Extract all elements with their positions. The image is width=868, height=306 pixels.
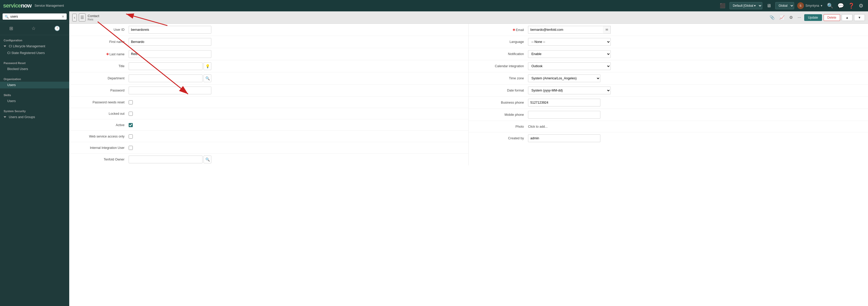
field-last-name: ✱Last name <box>69 48 468 60</box>
email-send-btn[interactable]: ✉ <box>603 26 611 34</box>
move-up-button[interactable]: ▲ <box>842 14 852 21</box>
more-icon[interactable]: ··· <box>796 14 802 21</box>
password-reset-checkbox[interactable] <box>129 100 133 104</box>
skills-users-label: Users <box>7 99 16 103</box>
update-button[interactable]: Update <box>804 14 822 21</box>
expand-icon2 <box>4 116 6 118</box>
field-business-phone: Business phone <box>469 97 868 109</box>
photo-label: Photo <box>476 125 528 128</box>
photo-add-btn[interactable]: Click to add... <box>528 125 548 128</box>
mobile-phone-label: Mobile phone <box>476 113 528 117</box>
sidebar-search-input[interactable] <box>10 15 60 18</box>
configuration-section: Configuration CI Lifecycle Management CI… <box>0 35 69 58</box>
default-global-dropdown[interactable]: Default [Global ▾ <box>730 2 762 9</box>
filter-icon[interactable]: ⚙ <box>788 14 795 21</box>
tenfold-owner-search-btn[interactable]: 🔍 <box>204 156 211 163</box>
ci-state-label: CI State Registered Users <box>7 51 45 55</box>
sidebar-item-skills-users[interactable]: Users <box>0 98 69 104</box>
date-format-select[interactable]: System (yyyy-MM-dd) <box>528 87 611 94</box>
logo-area: servicenow Service Management <box>3 2 64 9</box>
organization-section: Organization Users <box>0 74 69 90</box>
tenfold-owner-input[interactable] <box>129 156 203 163</box>
email-input[interactable] <box>528 26 603 34</box>
users-groups-group[interactable]: Users and Groups <box>0 114 69 120</box>
last-name-label: ✱Last name <box>77 52 129 56</box>
chat-icon[interactable]: 💬 <box>836 2 845 9</box>
skills-header: Skills <box>0 91 69 98</box>
search-nav-icon[interactable]: 🔍 <box>826 2 835 9</box>
user-id-input[interactable] <box>129 26 211 34</box>
web-service-checkbox[interactable] <box>129 134 133 139</box>
back-button[interactable]: ‹ <box>72 14 77 22</box>
global-dropdown[interactable]: Global <box>775 2 794 9</box>
field-active: Active <box>69 119 468 131</box>
avatar: S <box>797 2 804 9</box>
help-icon[interactable]: ❓ <box>846 2 856 9</box>
activity-icon[interactable]: 📈 <box>778 14 786 21</box>
internal-integration-checkbox[interactable] <box>129 146 133 150</box>
department-input-group: 🔍 <box>129 74 211 82</box>
hamburger-button[interactable]: ☰ <box>79 13 86 22</box>
form-area: User ID First name ✱Last name <box>69 24 868 306</box>
title-input-group: 💡 <box>129 62 211 70</box>
active-checkbox[interactable] <box>129 123 133 127</box>
first-name-input[interactable] <box>129 38 211 46</box>
search-clear-btn[interactable]: ✕ <box>61 14 65 19</box>
language-select[interactable]: -- None -- <box>528 38 611 46</box>
field-first-name: First name <box>69 36 468 48</box>
sidebar-item-org-users[interactable]: Users <box>0 82 69 88</box>
configuration-header: Configuration <box>0 37 69 43</box>
web-service-label: Web service access only <box>77 135 129 138</box>
calendar-select[interactable]: Outlook <box>528 62 611 70</box>
required-star2: ✱ <box>513 28 516 32</box>
grid-icon[interactable]: ⊞ <box>6 25 16 32</box>
created-by-label: Created by <box>476 136 528 140</box>
expand-icon <box>4 45 6 47</box>
monitor-icon[interactable]: 🖥 <box>766 2 772 9</box>
department-label: Department <box>77 76 129 80</box>
tablet-icon[interactable]: ⬛ <box>719 2 726 9</box>
clock-icon[interactable]: 🕐 <box>51 25 63 32</box>
field-language: Language -- None -- <box>469 36 868 48</box>
skills-section: Skills Users <box>0 90 69 106</box>
department-search-btn[interactable]: 🔍 <box>204 74 211 82</box>
ci-lifecycle-group[interactable]: CI Lifecycle Management <box>0 43 69 50</box>
logo: servicenow <box>3 2 32 9</box>
password-input[interactable] <box>129 87 211 94</box>
delete-button[interactable]: Delete <box>824 14 840 21</box>
sidebar-item-blocked-users[interactable]: Blocked Users <box>0 66 69 72</box>
active-label: Active <box>77 123 129 127</box>
attach-icon[interactable]: 📎 <box>768 14 776 21</box>
notification-select[interactable]: Enable <box>528 50 611 58</box>
user-area[interactable]: S Smyntyna ▾ <box>797 2 822 9</box>
field-locked-out: Locked out <box>69 108 468 119</box>
settings-icon[interactable]: ⚙ <box>857 2 865 9</box>
internal-integration-label: Internal Integration User <box>77 146 129 150</box>
nav-icons-right: 🔍 💬 ❓ ⚙ <box>826 2 865 9</box>
locked-out-checkbox[interactable] <box>129 112 133 116</box>
content-header: ‹ ☰ Contact Reis 📎 📈 ⚙ ··· Update Delete… <box>69 11 868 24</box>
title-lookup-btn[interactable]: 💡 <box>204 62 211 70</box>
last-name-input[interactable] <box>129 50 211 58</box>
user-name: Smyntyna <box>805 4 819 7</box>
top-navigation: servicenow Service Management ⬛ Default … <box>0 0 868 11</box>
business-phone-input[interactable] <box>528 99 600 106</box>
password-label: Password <box>77 89 129 92</box>
first-name-label: First name <box>77 40 129 44</box>
field-tenfold-owner: Tenfold Owner 🔍 <box>69 154 468 165</box>
timezone-select[interactable]: System (America/Los_Angeles) <box>528 74 600 82</box>
mobile-phone-input[interactable] <box>528 111 600 119</box>
main-layout: 🔍 ✕ ⊞ ☆ 🕐 Configuration CI Lifecycle Man… <box>0 0 868 306</box>
password-reset-header: Password Reset <box>0 59 69 66</box>
title-input[interactable] <box>129 62 203 70</box>
move-down-button[interactable]: ▼ <box>854 14 865 21</box>
created-by-input[interactable] <box>528 134 600 142</box>
field-user-id: User ID <box>69 24 468 36</box>
users-groups-label: Users and Groups <box>9 115 35 119</box>
sidebar-item-ci-state[interactable]: CI State Registered Users <box>0 50 69 56</box>
form-right-column: ✱Email ✉ Language -- None -- <box>469 24 868 165</box>
department-input[interactable] <box>129 74 203 82</box>
field-department: Department 🔍 <box>69 72 468 85</box>
user-id-label: User ID <box>77 28 129 32</box>
star-icon[interactable]: ☆ <box>28 25 39 32</box>
